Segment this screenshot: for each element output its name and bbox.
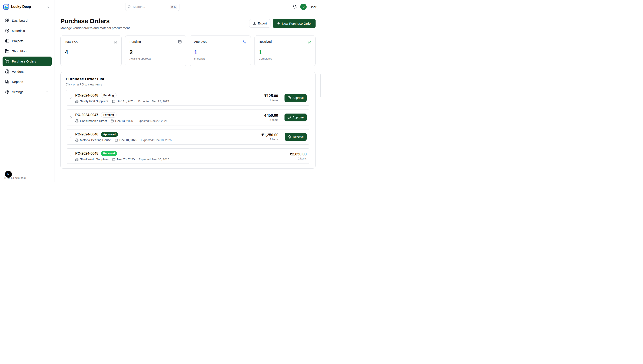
search-icon <box>128 5 131 8</box>
po-items-count: 2 items <box>264 118 278 122</box>
sidebar-item-materials[interactable]: Materials <box>2 26 52 35</box>
building-icon <box>5 69 9 74</box>
status-badge: Pending <box>101 93 116 98</box>
expected-date: Expected: Dec 20, 2025 <box>137 119 167 122</box>
vendor-meta: Safety First Suppliers <box>75 100 108 103</box>
sidebar-collapse-button[interactable] <box>45 4 51 10</box>
cart-icon <box>5 59 9 63</box>
sidebar-item-label: Projects <box>12 39 24 43</box>
vendor-name: Steel World Suppliers <box>80 158 108 161</box>
plus-icon <box>277 22 280 25</box>
date-meta: Nov 25, 2025 <box>112 158 134 161</box>
stat-card-approved: Approved 1 In transit <box>190 35 251 66</box>
sidebar-header: Lucky Deep <box>0 0 54 14</box>
page-title: Purchase Orders <box>60 18 130 25</box>
chevron-right-icon[interactable] <box>69 135 73 139</box>
sidebar-item-shop-floor[interactable]: Shop Floor <box>2 46 52 56</box>
sidebar-item-reports[interactable]: Reports <box>2 77 52 86</box>
sidebar-item-label: Reports <box>12 80 23 84</box>
search-shortcut-badge: ⌘ K <box>170 5 177 9</box>
sidebar-item-settings[interactable]: Settings <box>2 87 52 96</box>
date-meta: Dec 13, 2025 <box>110 119 133 123</box>
sidebar-item-projects[interactable]: Projects <box>2 36 52 46</box>
stat-label: Total POs <box>65 40 78 43</box>
scrollbar-thumb[interactable] <box>320 74 321 97</box>
stat-subtext: Completed <box>259 57 311 60</box>
stat-card-total-pos: Total POs 4 <box>60 35 122 66</box>
building-icon <box>75 100 78 103</box>
po-number: PO-2024-0046 <box>75 132 98 136</box>
expected-date: Expected: Nov 30, 2025 <box>139 158 169 161</box>
chevron-right-icon[interactable] <box>69 116 73 119</box>
page-content: Purchase Orders Manage vendor orders and… <box>54 14 322 182</box>
stat-value: 4 <box>65 49 117 56</box>
approve-button[interactable]: Approve <box>284 94 306 102</box>
po-row[interactable]: PO-2024-0045 Received Steel World Suppli… <box>66 148 310 164</box>
sidebar-item-purchase-orders[interactable]: Purchase Orders <box>2 56 52 66</box>
po-rows: PO-2024-0048 Pending Safety First Suppli… <box>66 90 310 164</box>
date-meta: Dec 15, 2025 <box>112 100 134 103</box>
header-actions: Export New Purchase Order <box>249 19 316 28</box>
sidebar-item-label: Shop Floor <box>12 49 28 53</box>
stat-subtext: Awaiting approval <box>130 57 182 60</box>
po-items-count: 1 items <box>264 99 278 102</box>
receive-button[interactable]: Receive <box>285 133 306 141</box>
date-meta: Dec 10, 2025 <box>115 138 137 142</box>
po-amount-block: ₹2,850.00 2 items <box>290 152 306 160</box>
page-header-text: Purchase Orders Manage vendor orders and… <box>60 18 130 30</box>
sidebar-item-label: Dashboard <box>12 19 28 22</box>
approve-button-label: Approve <box>292 116 304 119</box>
vendor-meta: Consumables Direct <box>75 119 107 123</box>
chevron-right-icon[interactable] <box>69 96 73 100</box>
calendar-icon <box>110 119 114 122</box>
search-input[interactable] <box>133 5 168 8</box>
sidebar-item-vendors[interactable]: Vendors <box>2 67 52 76</box>
search-box[interactable]: ⌘ K <box>125 3 180 11</box>
po-row[interactable]: PO-2024-0046 Approved Motor & Bearing Ho… <box>66 129 310 144</box>
chevron-right-icon[interactable] <box>69 154 73 158</box>
new-purchase-order-button[interactable]: New Purchase Order <box>273 19 316 28</box>
order-date: Dec 10, 2025 <box>120 138 137 142</box>
main-column: ⌘ K U User Purchase Orders Manage vendor… <box>54 0 322 182</box>
po-row-details: PO-2024-0048 Pending Safety First Suppli… <box>75 93 262 103</box>
po-row[interactable]: PO-2024-0048 Pending Safety First Suppli… <box>66 90 310 106</box>
approve-button[interactable]: Approve <box>284 114 306 122</box>
bell-icon <box>292 5 297 9</box>
order-date: Dec 15, 2025 <box>117 100 134 103</box>
sidebar: Lucky Deep Dashboard Materials Projects … <box>0 0 54 182</box>
chevron-down-icon <box>45 90 49 94</box>
po-row-details: PO-2024-0046 Approved Motor & Bearing Ho… <box>75 132 259 142</box>
po-list-title: Purchase Order List <box>66 77 310 82</box>
gear-icon <box>5 90 9 94</box>
vendor-name: Safety First Suppliers <box>80 100 108 103</box>
po-amount-block: ₹125.00 1 items <box>264 94 278 102</box>
briefcase-icon <box>5 39 9 43</box>
stat-label: Approved <box>194 40 207 43</box>
calendar-icon <box>112 158 116 161</box>
vendor-meta: Steel World Suppliers <box>75 158 108 161</box>
purchase-order-list-card: Purchase Order List Click on a PO to vie… <box>60 72 316 168</box>
stat-card-pending: Pending 2 Awaiting approval <box>125 35 186 66</box>
po-amount: ₹125.00 <box>264 94 278 98</box>
status-badge: Pending <box>101 112 116 117</box>
topbar: ⌘ K U User <box>54 0 322 14</box>
dev-tools-button[interactable]: N <box>5 171 12 178</box>
po-amount-block: ₹1,250.00 2 items <box>261 133 278 141</box>
sidebar-item-dashboard[interactable]: Dashboard <box>2 16 52 25</box>
po-amount-block: ₹450.00 2 items <box>264 113 278 122</box>
stat-card-received: Received 1 Completed <box>254 35 316 66</box>
vendor-meta: Motor & Bearing House <box>75 138 111 142</box>
po-row[interactable]: PO-2024-0047 Pending Consumables Direct <box>66 110 310 125</box>
cart-icon <box>307 40 311 44</box>
po-items-count: 2 items <box>261 138 278 141</box>
building-icon <box>75 158 78 161</box>
notifications-button[interactable] <box>292 4 297 10</box>
sidebar-nav: Dashboard Materials Projects Shop Floor … <box>0 14 54 99</box>
export-button[interactable]: Export <box>249 19 270 28</box>
vendor-name: Motor & Bearing House <box>80 138 111 142</box>
user-avatar[interactable]: U <box>300 4 306 10</box>
check-circle-icon <box>288 96 291 100</box>
export-button-label: Export <box>258 22 267 25</box>
app-window: Lucky Deep Dashboard Materials Projects … <box>0 0 322 182</box>
user-name: User <box>310 5 316 9</box>
